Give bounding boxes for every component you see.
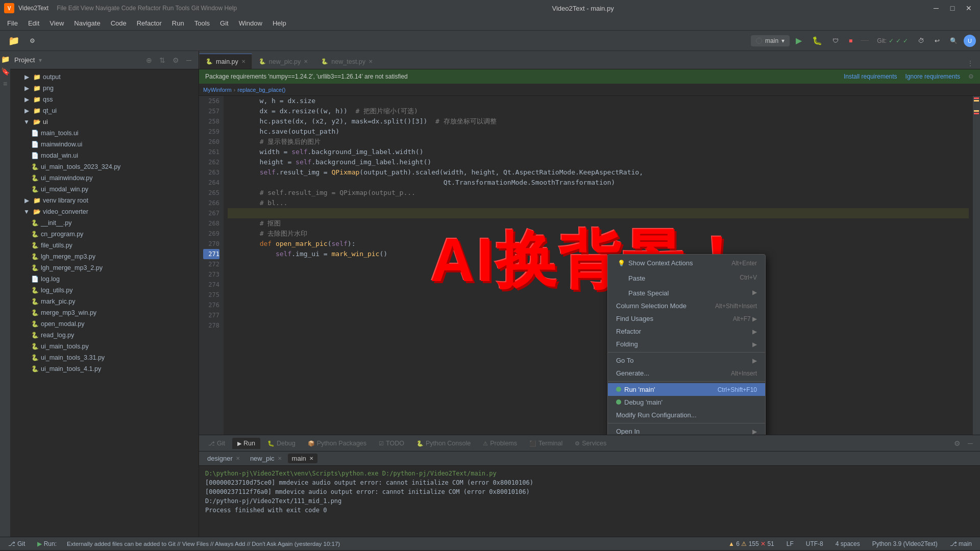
stop-button[interactable]: ■ bbox=[845, 35, 856, 46]
sidebar-structure-icon[interactable]: ≡ bbox=[1, 80, 9, 88]
sidebar-bookmark-icon[interactable]: 🔖 bbox=[1, 67, 9, 76]
git-status[interactable]: Git: ✓ ✓ ✓ bbox=[873, 35, 912, 46]
menu-edit[interactable]: Edit bbox=[23, 17, 44, 29]
tree-item-log_utils[interactable]: 🐍 log_utils.py bbox=[10, 285, 199, 296]
menu-navigate[interactable]: Navigate bbox=[69, 17, 105, 29]
project-expand-icon[interactable]: ⇅ bbox=[157, 55, 168, 66]
statusbar-python[interactable]: Python 3.9 (Video2Text) bbox=[870, 539, 940, 548]
tree-item-merge_mp3_win[interactable]: 🐍 merge_mp3_win.py bbox=[10, 307, 199, 318]
breadcrumb-part-2[interactable]: replace_bg_place() bbox=[237, 87, 285, 93]
tree-item-cn_program[interactable]: 🐍 cn_program.py bbox=[10, 229, 199, 240]
ctx-debug-main[interactable]: Debug 'main' bbox=[608, 396, 765, 409]
tab-new-test-py[interactable]: 🐍 new_test.py ✕ bbox=[314, 54, 379, 69]
btm-tab-debug[interactable]: 🐛Debug bbox=[262, 438, 301, 449]
tab-new-pic-py[interactable]: 🐍 new_pic.py ✕ bbox=[252, 54, 315, 69]
tree-item-qss[interactable]: ▶ 📁 qss bbox=[10, 94, 199, 105]
run-subtab-close-new-pic[interactable]: ✕ bbox=[278, 456, 282, 461]
btm-tab-git[interactable]: ⎇Git bbox=[203, 438, 230, 449]
tree-item-file_utils[interactable]: 🐍 file_utils.py bbox=[10, 240, 199, 251]
tree-item-__init__[interactable]: 🐍 __init__.py bbox=[10, 217, 199, 229]
tree-item-png[interactable]: ▶ 📁 png bbox=[10, 83, 199, 94]
ignore-requirements-link[interactable]: Ignore requirements bbox=[905, 73, 960, 80]
bottom-settings-icon[interactable]: ⚙ bbox=[951, 438, 963, 449]
tree-item-main_tools_ui[interactable]: 📄 main_tools.ui bbox=[10, 128, 199, 139]
ctx-run-main[interactable]: Run 'main' Ctrl+Shift+F10 bbox=[608, 383, 765, 396]
project-dropdown-icon[interactable]: ▾ bbox=[39, 57, 42, 64]
menu-refactor[interactable]: Refactor bbox=[132, 17, 167, 29]
ctx-modify-run-config[interactable]: Modify Run Configuration... bbox=[608, 409, 765, 421]
ctx-find-usages[interactable]: Find Usages Alt+F7 ▶ bbox=[608, 312, 765, 325]
tree-item-ui_main_tools_2023[interactable]: 🐍 ui_main_tools_2023_324.py bbox=[10, 161, 199, 172]
ctx-generate[interactable]: Generate... Alt+Insert bbox=[608, 367, 765, 380]
tree-item-video_converter[interactable]: ▼ 📂 video_converter bbox=[10, 206, 199, 217]
ctx-paste-special[interactable]: Paste Special ▶ bbox=[608, 285, 765, 299]
statusbar-git[interactable]: ⎇ Git bbox=[6, 539, 27, 548]
statusbar-lf[interactable]: LF bbox=[785, 539, 796, 548]
tree-item-mainwindow_ui[interactable]: 📄 mainwindow.ui bbox=[10, 139, 199, 150]
menu-help[interactable]: Help bbox=[267, 17, 291, 29]
tab-close-new-test-py[interactable]: ✕ bbox=[369, 59, 373, 64]
tree-item-ui[interactable]: ▼ 📂 ui bbox=[10, 116, 199, 128]
tab-main-py[interactable]: 🐍 main.py ✕ bbox=[199, 54, 252, 69]
run-subtab-close-designer[interactable]: ✕ bbox=[236, 456, 240, 461]
run-subtab-main[interactable]: main ✕ bbox=[288, 454, 317, 463]
toolbar-settings[interactable]: ⚙ bbox=[26, 35, 39, 46]
editor-scrollbar-right[interactable] bbox=[973, 96, 980, 435]
sidebar-project-icon[interactable]: 📁 bbox=[1, 55, 9, 63]
coverage-button[interactable]: 🛡 bbox=[828, 35, 843, 46]
undo-button[interactable]: ↩ bbox=[930, 35, 944, 46]
ctx-column-selection[interactable]: Column Selection Mode Alt+Shift+Insert bbox=[608, 299, 765, 312]
ctx-folding[interactable]: Folding ▶ bbox=[608, 338, 765, 350]
tree-item-lgh_merge_mp3_2[interactable]: 🐍 lgh_merge_mp3_2.py bbox=[10, 262, 199, 273]
statusbar-warnings[interactable]: ▲ 6 ⚠ 155 ✕ 51 bbox=[726, 539, 776, 548]
tree-item-output[interactable]: ▶ 📁 output bbox=[10, 71, 199, 83]
close-button[interactable]: ✕ bbox=[962, 3, 976, 13]
statusbar-branch[interactable]: ⎇ main bbox=[948, 539, 974, 548]
debug-button[interactable]: 🐛 bbox=[808, 34, 826, 47]
tree-item-read_log[interactable]: 🐍 read_log.py bbox=[10, 330, 199, 341]
run-subtab-new-pic[interactable]: new_pic ✕ bbox=[246, 454, 286, 463]
tree-item-qt_ui[interactable]: ▶ 📁 qt_ui bbox=[10, 105, 199, 116]
editor-settings-icon[interactable]: ⋮ bbox=[965, 58, 976, 69]
minimize-button[interactable]: ─ bbox=[929, 3, 943, 13]
install-requirements-link[interactable]: Install requirements bbox=[844, 73, 897, 80]
search-button[interactable]: 🔍 bbox=[946, 35, 962, 46]
tree-item-mark_pic[interactable]: 🐍 mark_pic.py bbox=[10, 296, 199, 307]
statusbar-indent[interactable]: 4 spaces bbox=[834, 539, 862, 548]
tree-item-ui_main_tools[interactable]: 🐍 ui_main_tools.py bbox=[10, 341, 199, 352]
btm-tab-problems[interactable]: ⚠Problems bbox=[478, 438, 522, 449]
project-hide-icon[interactable]: ─ bbox=[183, 55, 194, 66]
menu-git[interactable]: Git bbox=[215, 17, 234, 29]
avatar-button[interactable]: U bbox=[964, 35, 976, 47]
menu-file[interactable]: File bbox=[2, 17, 23, 29]
ctx-paste[interactable]: Paste Ctrl+V bbox=[608, 270, 765, 285]
tree-item-open_modal[interactable]: 🐍 open_modal.py bbox=[10, 318, 199, 330]
bottom-hide-icon[interactable]: ─ bbox=[965, 438, 976, 449]
btm-tab-python-console[interactable]: 🐍Python Console bbox=[411, 438, 476, 449]
tree-item-ui_modal_win[interactable]: 🐍 ui_modal_win.py bbox=[10, 184, 199, 195]
ctx-open-in[interactable]: Open In ▶ bbox=[608, 425, 765, 435]
tree-item-venv[interactable]: ▶ 📁 venv library root bbox=[10, 195, 199, 206]
run-config-selector[interactable]: main ▾ bbox=[751, 35, 790, 46]
project-locate-icon[interactable]: ⊕ bbox=[143, 55, 155, 66]
menu-run[interactable]: Run bbox=[167, 17, 189, 29]
menu-window[interactable]: Window bbox=[234, 17, 267, 29]
statusbar-run-label[interactable]: ▶ Run: bbox=[35, 539, 59, 548]
tree-item-ui_main_tools_4_1[interactable]: 🐍 ui_main_tools_4.1.py bbox=[10, 363, 199, 374]
ctx-refactor[interactable]: Refactor ▶ bbox=[608, 325, 765, 338]
btm-tab-terminal[interactable]: ⬛Terminal bbox=[524, 438, 568, 449]
run-button[interactable]: ▶ bbox=[792, 34, 806, 47]
menu-view[interactable]: View bbox=[44, 17, 69, 29]
tree-item-lgh_merge_mp3[interactable]: 🐍 lgh_merge_mp3.py bbox=[10, 251, 199, 262]
statusbar-encoding[interactable]: UTF-8 bbox=[804, 539, 825, 548]
tree-item-log_log[interactable]: 📄 log.log bbox=[10, 273, 199, 285]
tree-item-ui_main_tools_3_31[interactable]: 🐍 ui_main_tools_3.31.py bbox=[10, 352, 199, 363]
ctx-show-context-actions[interactable]: 💡Show Context Actions Alt+Enter bbox=[608, 257, 765, 270]
breadcrumb-part-1[interactable]: MyWinform bbox=[203, 87, 232, 93]
project-settings-icon[interactable]: ⚙ bbox=[170, 55, 181, 66]
maximize-button[interactable]: □ bbox=[945, 3, 960, 13]
tab-close-new-pic-py[interactable]: ✕ bbox=[304, 59, 308, 64]
btm-tab-python-packages[interactable]: 📦Python Packages bbox=[303, 438, 372, 449]
toolbar-project-btn[interactable]: 📁 bbox=[4, 33, 23, 48]
btm-tab-services[interactable]: ⚙Services bbox=[570, 438, 611, 449]
